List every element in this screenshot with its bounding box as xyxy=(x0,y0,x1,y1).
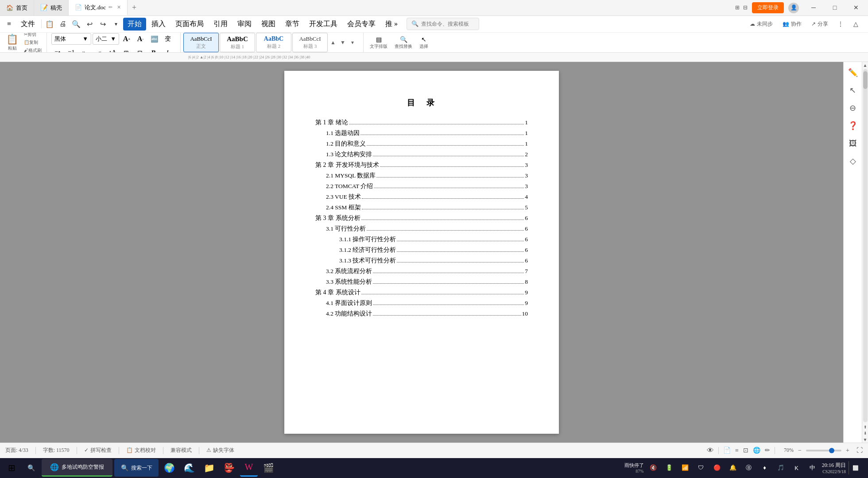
maximize-button[interactable]: □ xyxy=(825,0,845,16)
taskbar-masked[interactable]: 👺 xyxy=(220,459,238,477)
scroll-page-down[interactable]: ⬇ xyxy=(862,430,868,436)
zoom-minus-btn[interactable]: − xyxy=(795,446,804,455)
menu-vip[interactable]: 会员专享 xyxy=(343,18,380,31)
find-replace-btn[interactable]: 🔍 查找替换 xyxy=(392,36,415,50)
taskbar-files[interactable]: 📁 xyxy=(200,459,218,477)
fullscreen-btn[interactable]: ⛶ xyxy=(856,447,863,454)
user-avatar[interactable]: 👤 xyxy=(788,3,799,13)
style-heading1[interactable]: AaBbC 标题 1 xyxy=(220,33,255,52)
scroll-page-up[interactable]: ⬆ xyxy=(862,424,868,430)
k-icon[interactable]: K xyxy=(790,461,803,474)
font-grow-btn[interactable]: A+ xyxy=(120,33,133,45)
font-name-selector[interactable]: 黑体 ▼ xyxy=(51,33,91,45)
menu-file[interactable]: 文件 xyxy=(16,18,39,31)
menu-start[interactable]: 开始 xyxy=(123,18,146,31)
font-shrink-btn[interactable]: A- xyxy=(134,33,147,45)
zoom-thumb[interactable] xyxy=(829,448,834,453)
list-bullet-btn[interactable]: ≡• xyxy=(51,46,64,53)
taskbar-search[interactable]: 🔍 搜索一下 xyxy=(114,459,159,477)
tab-doc[interactable]: 📄 论文.doc ✏ ✕ xyxy=(69,0,128,15)
style-scroll-down[interactable]: ▼ xyxy=(338,33,347,52)
more-btn[interactable]: ⋮ xyxy=(834,18,847,30)
bold-btn[interactable]: B xyxy=(147,46,160,53)
taskbar-360[interactable]: 🌐 多地试鸣防空警报 xyxy=(42,459,112,477)
notification-icon[interactable]: 🔔 xyxy=(726,461,740,474)
menu-review[interactable]: 审阅 xyxy=(233,18,256,31)
style-heading3[interactable]: AaBbCcI 标题 3 xyxy=(292,33,328,52)
menu-push[interactable]: 推 » xyxy=(381,18,402,31)
copy-btn[interactable]: 📋复制 xyxy=(23,39,43,46)
style-heading2[interactable]: AaBbC 标题 2 xyxy=(256,33,291,52)
share-btn[interactable]: ↗ 分享 xyxy=(808,19,832,30)
rp-minus-icon[interactable]: ⊖ xyxy=(845,100,861,116)
redo-dropdown[interactable]: ▼ xyxy=(110,18,122,30)
pen-view-btn[interactable]: ✏ xyxy=(765,447,770,454)
outdent-btn[interactable]: ⇤ xyxy=(79,46,91,53)
menu-icon3[interactable]: 🔍 xyxy=(70,18,82,30)
network-icon[interactable]: 📶 xyxy=(678,461,692,474)
search-input[interactable] xyxy=(421,21,474,27)
style-more[interactable]: ▾ xyxy=(348,33,357,52)
format-paint-btn[interactable]: 🖌格式刷 xyxy=(23,47,43,53)
login-button[interactable]: 立即登录 xyxy=(752,2,784,13)
rp-cursor-icon[interactable]: ↖ xyxy=(845,82,861,98)
scroll-down-btn[interactable]: ▼ xyxy=(862,436,868,443)
menu-devtools[interactable]: 开发工具 xyxy=(305,18,342,31)
weather-widget[interactable]: 雨快停了 87% xyxy=(624,462,644,474)
taskbar-cortana[interactable]: 🔍 xyxy=(22,459,40,477)
indent-btn[interactable]: ⇥ xyxy=(93,46,105,53)
select-btn[interactable]: ↖ 选择 xyxy=(417,36,431,50)
menu-icon2[interactable]: 🖨 xyxy=(57,18,69,30)
menu-insert[interactable]: 插入 xyxy=(147,18,170,31)
music-icon[interactable]: 🎵 xyxy=(774,461,787,474)
zoom-slider[interactable] xyxy=(806,450,841,451)
text-layout-btn[interactable]: ▤ 文字排版 xyxy=(367,36,390,50)
clock-widget[interactable]: 20:16 周日 CS2022/9/18 xyxy=(822,462,846,474)
sort-btn[interactable]: ↕A xyxy=(106,46,119,53)
rp-edit-icon[interactable]: ✏️ xyxy=(845,65,861,81)
eye-icon[interactable]: 👁 xyxy=(707,447,714,455)
font-size-selector[interactable]: 小二 ▼ xyxy=(93,33,119,45)
sound-card-icon[interactable]: ♦ xyxy=(758,461,771,474)
cut-btn[interactable]: ✂剪切 xyxy=(23,33,43,38)
font-transform-btn[interactable]: 变 xyxy=(162,33,174,45)
web-view-btn[interactable]: 🌐 xyxy=(753,447,760,454)
spell-check[interactable]: ✓ 拼写检查 xyxy=(84,447,112,454)
style-scroll-up[interactable]: ▲ xyxy=(329,33,337,52)
input-method[interactable]: 中 xyxy=(806,461,819,474)
italic-btn[interactable]: I xyxy=(161,46,174,53)
font-clear-btn[interactable]: 🔤 xyxy=(148,33,160,45)
reading-view-btn[interactable]: ⊡ xyxy=(743,447,748,454)
border-btn[interactable]: ⊡ xyxy=(134,46,146,53)
close-button[interactable]: ✕ xyxy=(846,0,866,16)
show-desktop-btn[interactable]: ⬜ xyxy=(849,461,862,474)
taskbar-video[interactable]: 🎬 xyxy=(260,459,278,477)
menu-icon1[interactable]: 📋 xyxy=(43,18,56,30)
menu-layout[interactable]: 页面布局 xyxy=(171,18,208,31)
menu-chapter[interactable]: 章节 xyxy=(281,18,304,31)
list-number-btn[interactable]: ≡1 xyxy=(65,46,78,53)
redo-btn[interactable]: ↪ xyxy=(97,18,109,30)
page-view-btn[interactable]: 📄 xyxy=(723,447,731,454)
mute-icon[interactable]: 🔇 xyxy=(647,461,660,474)
collab-btn[interactable]: 👥 协作 xyxy=(779,19,805,30)
rp-help-icon[interactable]: ❓ xyxy=(845,118,861,134)
antivirus-icon[interactable]: 🛡 xyxy=(694,461,708,474)
paste-btn[interactable]: 📋 粘贴 xyxy=(3,33,22,53)
outline-view-btn[interactable]: ≡ xyxy=(735,447,739,454)
taskbar-ie[interactable]: 🌍 xyxy=(160,459,178,477)
zoom-plus-btn[interactable]: + xyxy=(843,446,852,455)
menu-file-icon[interactable]: ≡ xyxy=(3,18,16,30)
add-tab-btn[interactable]: + xyxy=(128,0,141,15)
bt-icon[interactable]: Ⓑ xyxy=(742,461,756,474)
rp-diamond-icon[interactable]: ◇ xyxy=(845,153,861,169)
minimize-button[interactable]: ─ xyxy=(803,0,824,16)
red-circle-icon[interactable]: 🔴 xyxy=(710,461,724,474)
taskbar-edge[interactable]: 🌊 xyxy=(180,459,198,477)
search-box[interactable]: 🔍 xyxy=(407,18,479,30)
taskbar-wps[interactable]: W xyxy=(240,459,258,477)
style-normal[interactable]: AaBbCcI 正文 xyxy=(183,33,219,52)
battery-icon[interactable]: 🔋 xyxy=(663,461,676,474)
taskbar-start[interactable]: ⊞ xyxy=(3,459,20,477)
scroll-thumb[interactable] xyxy=(863,71,868,89)
